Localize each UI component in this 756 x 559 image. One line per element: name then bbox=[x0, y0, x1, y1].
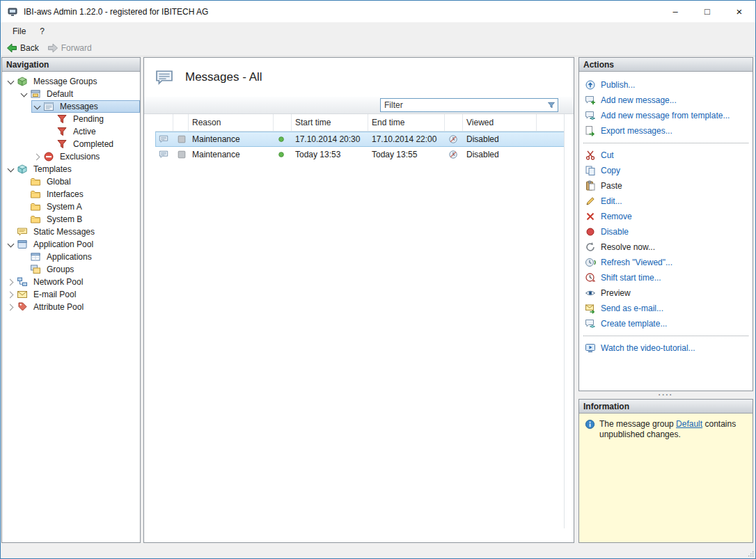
column-end-time[interactable]: End time bbox=[368, 114, 445, 131]
tree-item[interactable]: Interfaces bbox=[18, 188, 140, 200]
action-item[interactable]: Publish... bbox=[585, 77, 753, 93]
navigation-header: Navigation bbox=[2, 58, 140, 72]
action-item[interactable]: Create template... bbox=[585, 316, 753, 331]
tree-expander-icon[interactable] bbox=[18, 251, 30, 262]
column-start-time[interactable]: Start time bbox=[292, 114, 368, 131]
tree-item[interactable]: Messages bbox=[31, 100, 140, 113]
tree-item[interactable]: Message Groups bbox=[5, 75, 140, 88]
tree-item[interactable]: System B bbox=[18, 213, 140, 226]
tree-expander-icon[interactable] bbox=[18, 201, 30, 212]
tree-expander-icon[interactable] bbox=[5, 276, 17, 288]
action-item[interactable]: Remove bbox=[585, 209, 753, 224]
column-message-icon[interactable] bbox=[155, 114, 173, 131]
tree-expander-icon[interactable] bbox=[18, 176, 30, 187]
action-item[interactable]: Send as e-mail... bbox=[585, 301, 753, 316]
tree-item[interactable]: Application Pool bbox=[5, 238, 140, 251]
close-button[interactable]: × bbox=[723, 1, 755, 22]
column-viewed[interactable]: Viewed bbox=[463, 114, 537, 131]
filter-red-icon bbox=[56, 126, 68, 137]
tree-item[interactable]: Global bbox=[18, 175, 140, 188]
tree-expander-icon[interactable] bbox=[5, 239, 17, 250]
status-dot-icon bbox=[277, 150, 285, 159]
group-icon bbox=[30, 88, 41, 100]
tree-item[interactable]: Exclusions bbox=[31, 150, 140, 163]
action-label: Copy bbox=[601, 166, 620, 175]
tree-item-label: Pending bbox=[71, 113, 106, 125]
column-status[interactable] bbox=[274, 114, 292, 131]
tree-expander-icon[interactable] bbox=[45, 113, 56, 125]
tree-item[interactable]: Groups bbox=[18, 263, 140, 276]
action-item[interactable]: Export messages... bbox=[585, 123, 753, 139]
filter-icon[interactable] bbox=[547, 101, 556, 109]
panel-splitter[interactable]: ···· bbox=[578, 391, 753, 399]
tree-expander-icon[interactable] bbox=[31, 151, 43, 162]
back-button[interactable]: Back bbox=[6, 42, 39, 54]
tree-expander-icon[interactable] bbox=[5, 301, 17, 313]
action-item[interactable]: Edit... bbox=[585, 194, 753, 209]
action-item[interactable]: Disable bbox=[585, 224, 753, 239]
minimize-button[interactable]: – bbox=[659, 1, 691, 22]
tree-expander-icon[interactable] bbox=[18, 189, 30, 200]
tree-item[interactable]: Active bbox=[45, 125, 140, 138]
action-item[interactable]: Copy bbox=[585, 163, 753, 178]
tree-expander-icon[interactable] bbox=[5, 164, 17, 175]
resize-grip-icon[interactable] bbox=[746, 549, 755, 558]
tree-expander-icon[interactable] bbox=[31, 101, 43, 112]
column-viewed-icon[interactable] bbox=[445, 114, 463, 131]
tree-item[interactable]: Templates bbox=[5, 163, 140, 175]
action-item[interactable]: Preview bbox=[585, 285, 753, 301]
tree-item[interactable]: Default bbox=[18, 88, 140, 100]
tree-item[interactable]: E-mail Pool bbox=[5, 288, 140, 301]
tree-item[interactable]: Static Messages bbox=[5, 226, 140, 238]
application-pool-icon bbox=[17, 239, 28, 250]
tree-item-label: E-mail Pool bbox=[31, 289, 78, 300]
action-item[interactable]: Add new message from template... bbox=[585, 108, 753, 123]
tree-expander-icon[interactable] bbox=[45, 126, 56, 137]
table-header: Reason Start time End time Viewed bbox=[155, 114, 565, 132]
action-item[interactable]: Shift start time... bbox=[585, 270, 753, 285]
tree-item-label: Global bbox=[45, 176, 73, 187]
reason-cell: Maintenance bbox=[189, 147, 274, 162]
menu-item[interactable]: ? bbox=[33, 24, 52, 38]
tree-expander-icon[interactable] bbox=[45, 139, 56, 150]
tree-expander-icon[interactable] bbox=[5, 226, 17, 237]
tree-item[interactable]: Applications bbox=[18, 251, 140, 263]
tree-item-label: Groups bbox=[45, 264, 76, 275]
add-message-icon bbox=[585, 95, 596, 106]
navigation-tree: Message Groups Default Messages Pending bbox=[2, 72, 140, 313]
action-label: Export messages... bbox=[601, 126, 672, 136]
menu-item[interactable]: File bbox=[6, 24, 33, 38]
tree-item[interactable]: System A bbox=[18, 200, 140, 213]
tree-expander-icon[interactable] bbox=[18, 264, 30, 275]
status-dot-icon bbox=[277, 135, 285, 143]
tree-expander-icon[interactable] bbox=[5, 289, 17, 300]
message-row[interactable]: Maintenance 17.10.2014 20:30 17.10.2014 … bbox=[155, 132, 565, 147]
tree-item[interactable]: Network Pool bbox=[5, 276, 140, 288]
tree-item[interactable]: Attribute Pool bbox=[5, 301, 140, 313]
column-reason[interactable]: Reason bbox=[189, 114, 274, 131]
action-item[interactable]: Resolve now... bbox=[585, 239, 753, 255]
tree-expander-icon[interactable] bbox=[18, 214, 30, 225]
publish-icon bbox=[585, 79, 596, 90]
action-item[interactable]: Cut bbox=[585, 148, 753, 163]
column-priority[interactable] bbox=[173, 114, 189, 131]
message-group-link[interactable]: Default bbox=[676, 419, 702, 429]
action-label: Watch the video-tutorial... bbox=[601, 343, 695, 353]
filter-input[interactable] bbox=[381, 100, 547, 110]
forward-button[interactable]: Forward bbox=[47, 42, 92, 54]
attribute-pool-icon bbox=[17, 301, 28, 313]
tree-item[interactable]: Completed bbox=[45, 138, 140, 150]
action-item[interactable]: Add new message... bbox=[585, 93, 753, 108]
action-item[interactable]: Watch the video-tutorial... bbox=[585, 340, 753, 356]
message-row[interactable]: Maintenance Today 13:53 Today 13:55 Disa… bbox=[155, 147, 565, 162]
action-label: Add new message from template... bbox=[601, 111, 730, 120]
tree-item-label: Static Messages bbox=[31, 226, 97, 237]
tree-expander-icon[interactable] bbox=[5, 76, 17, 87]
start-time-cell: 17.10.2014 20:30 bbox=[292, 132, 368, 147]
tree-item[interactable]: Pending bbox=[45, 113, 140, 125]
action-item[interactable]: Paste bbox=[585, 178, 753, 194]
tree-expander-icon[interactable] bbox=[18, 88, 30, 100]
tree-item-label: Default bbox=[45, 88, 75, 100]
action-item[interactable]: Refresh "Viewed"... bbox=[585, 255, 753, 270]
maximize-button[interactable]: □ bbox=[691, 1, 723, 22]
